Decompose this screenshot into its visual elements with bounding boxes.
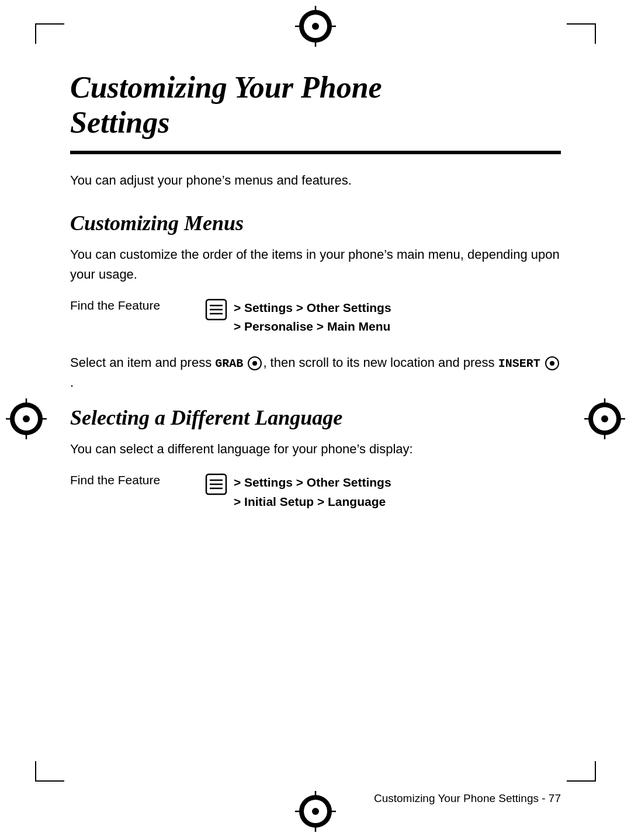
instruction-part3: . — [70, 375, 74, 390]
section1-body: You can customize the order of the items… — [70, 245, 561, 284]
feature-path-1-line1: > Settings > Other Settings — [234, 301, 391, 314]
grab-circle-icon — [248, 356, 262, 370]
chapter-title: Customizing Your Phone Settings — [70, 70, 561, 140]
menu-icon-2 — [199, 472, 234, 495]
instruction-part1: Select an item and press — [70, 355, 215, 370]
feature-label-1: Find the Feature — [70, 297, 199, 313]
crosshair-bottom — [295, 791, 336, 834]
chapter-title-line1: Customizing Your Phone — [70, 71, 382, 104]
crosshair-right — [584, 398, 625, 442]
crosshair-top — [295, 6, 336, 49]
feature-path-1: > Settings > Other Settings > Personalis… — [234, 297, 391, 336]
page-footer: Customizing Your Phone Settings - 77 — [374, 792, 561, 805]
corner-mark-bl — [35, 762, 64, 782]
feature-path-2: > Settings > Other Settings > Initial Se… — [234, 472, 391, 511]
intro-paragraph: You can adjust your phone’s menus and fe… — [70, 171, 561, 190]
feature-path-1-line2: > Personalise > Main Menu — [234, 320, 390, 333]
feature-path-2-line2: > Initial Setup > Language — [234, 495, 386, 508]
svg-point-9 — [312, 808, 319, 815]
page-number: 77 — [549, 792, 561, 804]
section1-instruction: Select an item and press GRAB , then scr… — [70, 353, 561, 393]
corner-mark-tr — [567, 23, 596, 44]
svg-point-16 — [23, 415, 30, 422]
corner-mark-tl — [35, 23, 64, 44]
section1-heading: Customizing Menus — [70, 211, 561, 235]
grab-key: GRAB — [215, 357, 243, 370]
footer-text: Customizing Your Phone Settings - — [374, 792, 549, 804]
chapter-title-text: Customizing Your Phone Settings — [70, 70, 561, 140]
feature-row-1: Find the Feature > Settings > Other Sett… — [70, 297, 561, 336]
section2-heading: Selecting a Different Language — [70, 405, 561, 430]
corner-mark-br — [567, 762, 596, 782]
instruction-part2: , then scroll to its new location and pr… — [263, 355, 498, 370]
feature-label-2: Find the Feature — [70, 472, 199, 487]
crosshair-left — [6, 398, 47, 442]
page: Customizing Your Phone Settings You can … — [0, 0, 631, 840]
insert-key: INSERT — [498, 357, 540, 370]
insert-circle-icon — [545, 356, 559, 370]
chapter-title-line2: Settings — [70, 106, 170, 139]
svg-point-2 — [312, 23, 319, 30]
section2-body: You can select a different language for … — [70, 439, 561, 459]
menu-icon-1 — [199, 297, 234, 321]
svg-point-23 — [601, 415, 608, 422]
feature-path-2-line1: > Settings > Other Settings — [234, 475, 391, 489]
feature-row-2: Find the Feature > Settings > Other Sett… — [70, 472, 561, 511]
title-rule — [70, 151, 561, 154]
